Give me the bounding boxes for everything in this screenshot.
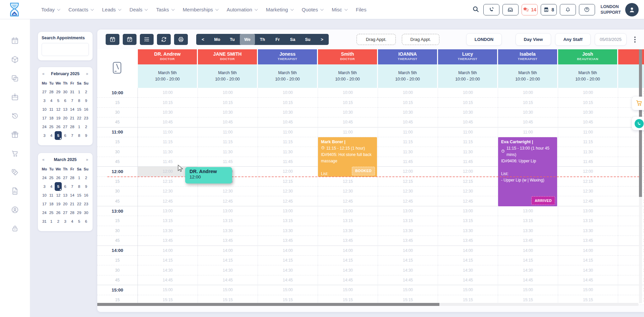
calendar-day[interactable]: 19 — [55, 200, 62, 208]
calendar-day[interactable]: 23 — [83, 114, 90, 122]
cart-widget-button[interactable] — [632, 97, 644, 110]
calendar-day[interactable]: 30 — [83, 208, 90, 217]
calendar-day[interactable]: 6 — [62, 182, 69, 191]
gift-icon[interactable] — [11, 130, 19, 139]
time-slot-cell[interactable]: 10:30 — [318, 108, 378, 117]
search-icon[interactable] — [472, 5, 479, 14]
day-tab-su[interactable]: Su — [300, 34, 315, 45]
time-slot-cell[interactable]: 13:15 — [258, 216, 318, 226]
time-slot-cell[interactable]: 15:00 — [378, 285, 438, 295]
calendar-day[interactable]: 6 — [62, 131, 69, 140]
calendar-day[interactable]: 4 — [48, 182, 55, 191]
day-tab-fr[interactable]: Fr — [270, 34, 285, 45]
search-appointments-input[interactable] — [42, 43, 89, 56]
calendar-day[interactable]: 13 — [62, 105, 69, 114]
calendar-day[interactable]: 28 — [48, 88, 55, 96]
calendar-day[interactable]: 3 — [41, 182, 48, 191]
calendar-day[interactable]: 1 — [76, 122, 83, 131]
time-slot-cell[interactable]: 10:30 — [378, 108, 438, 117]
calendar-day[interactable]: 13 — [62, 191, 69, 200]
time-slot-cell[interactable]: 11:15 — [138, 137, 198, 147]
time-slot-cell[interactable]: 13:30 — [438, 226, 498, 236]
next-day-button[interactable]: > — [315, 34, 329, 45]
time-slot-cell[interactable]: 12:45 — [318, 196, 378, 206]
calendar-day[interactable]: 4 — [48, 131, 55, 140]
time-slot-cell[interactable]: 15:00 — [258, 285, 318, 295]
time-slot-cell[interactable]: 14:15 — [378, 256, 438, 265]
time-slot-cell[interactable]: 10:00 — [558, 88, 618, 98]
time-slot-cell[interactable]: 14:45 — [138, 275, 198, 285]
time-slot-cell[interactable]: 13:30 — [258, 226, 318, 236]
day-tab-tu[interactable]: Tu — [225, 34, 240, 45]
time-slot-cell[interactable]: 14:30 — [198, 265, 258, 275]
time-slot-cell[interactable]: 10:45 — [198, 117, 258, 127]
time-slot-cell[interactable]: 11:00 — [258, 127, 318, 137]
calendar-day[interactable]: 2 — [83, 173, 90, 182]
calendar-next-arrow[interactable]: » — [86, 157, 88, 162]
time-slot-cell[interactable]: 11:15 — [438, 137, 498, 147]
time-slot-cell[interactable]: 14:00 — [258, 246, 318, 256]
calendar-day[interactable]: 9 — [83, 131, 90, 140]
drag-appointment-button-1[interactable]: Drag Appt. — [357, 34, 396, 45]
time-slot-cell[interactable]: 14:30 — [138, 265, 198, 275]
time-slot-cell[interactable]: 13:30 — [498, 226, 558, 236]
time-slot-cell[interactable]: 11:30 — [378, 147, 438, 157]
calendar-prev-arrow[interactable]: « — [42, 71, 45, 76]
time-slot-cell[interactable]: 13:45 — [318, 236, 378, 246]
time-slot-cell[interactable]: 14:45 — [378, 275, 438, 285]
time-slot-cell[interactable]: 12:45 — [198, 196, 258, 206]
time-slot-cell[interactable]: 11:30 — [558, 147, 618, 157]
time-slot-cell[interactable]: 14:00 — [138, 246, 198, 256]
time-slot-cell[interactable]: 13:45 — [378, 236, 438, 246]
calendar-day[interactable]: 28 — [69, 122, 76, 131]
time-slot-cell[interactable]: 14:30 — [558, 265, 618, 275]
calendar-day[interactable]: 3 — [41, 96, 48, 105]
calendar-day[interactable]: 24 — [41, 173, 48, 182]
nav-item-deals[interactable]: Deals — [129, 7, 147, 12]
time-slot-cell[interactable]: 10:30 — [558, 108, 618, 117]
calendar-day[interactable]: 14 — [69, 105, 76, 114]
phone-widget-button[interactable] — [632, 117, 644, 130]
time-slot-cell[interactable]: 10:00 — [378, 88, 438, 98]
calendar-day[interactable]: 22 — [76, 200, 83, 208]
time-slot-cell[interactable]: 12:15 — [438, 177, 498, 187]
calendar-day[interactable]: 6 — [83, 217, 90, 226]
time-slot-cell[interactable]: 10:00 — [498, 88, 558, 98]
time-slot-cell[interactable]: 12:15 — [258, 177, 318, 187]
time-slot-cell[interactable]: 12:45 — [138, 196, 198, 206]
appointment-list-button[interactable] — [140, 34, 154, 45]
time-slot-cell[interactable]: 14:15 — [198, 256, 258, 265]
time-slot-cell[interactable]: 11:45 — [198, 157, 258, 167]
time-slot-cell[interactable]: 14:30 — [318, 265, 378, 275]
calendar-day[interactable]: 30 — [62, 88, 69, 96]
time-slot-cell[interactable]: 14:00 — [378, 246, 438, 256]
time-slot-cell[interactable]: 13:45 — [138, 236, 198, 246]
time-slot-cell[interactable]: 14:45 — [258, 275, 318, 285]
calendar-day[interactable]: 17 — [41, 200, 48, 208]
calendar-day[interactable]: 26 — [55, 208, 62, 217]
calendar-day[interactable]: 9 — [83, 182, 90, 191]
time-slot-cell[interactable]: 14:45 — [438, 275, 498, 285]
time-slot-cell[interactable]: 13:00 — [198, 206, 258, 216]
print-button[interactable] — [174, 34, 188, 45]
time-slot-cell[interactable]: 12:00 — [378, 167, 438, 176]
confirm-appointments-button[interactable] — [123, 34, 137, 45]
time-slot-cell[interactable]: 10:45 — [498, 117, 558, 127]
time-slot-cell[interactable]: 14:00 — [558, 246, 618, 256]
staff-column-header-isabela[interactable]: IsabelaTHERAPIST — [498, 49, 557, 64]
calendar-day[interactable]: 1 — [76, 173, 83, 182]
nav-item-quotes[interactable]: Quotes — [302, 7, 323, 12]
calendar-day[interactable]: 23 — [83, 200, 90, 208]
calendar-day[interactable]: 22 — [76, 114, 83, 122]
time-slot-cell[interactable]: 13:30 — [318, 226, 378, 236]
time-slot-cell[interactable]: 10:00 — [258, 88, 318, 98]
time-slot-cell[interactable]: 11:45 — [258, 157, 318, 167]
calendar-day[interactable]: 19 — [55, 114, 62, 122]
time-slot-cell[interactable]: 10:45 — [438, 117, 498, 127]
time-slot-cell[interactable]: 14:15 — [258, 256, 318, 265]
day-tab-sa[interactable]: Sa — [285, 34, 300, 45]
calendar-day[interactable]: 17 — [41, 114, 48, 122]
time-slot-cell[interactable]: 12:30 — [198, 187, 258, 196]
copy-icon[interactable] — [11, 74, 19, 83]
calendar-day[interactable]: 3 — [62, 217, 69, 226]
